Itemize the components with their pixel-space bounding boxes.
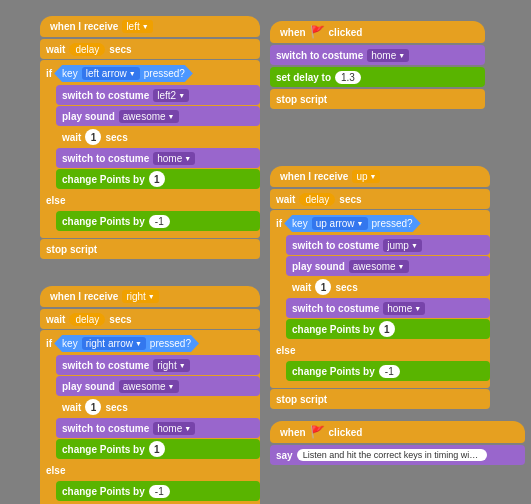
points-neg-up: -1 [379, 365, 400, 378]
key-condition-right: key right arrow pressed? [54, 335, 199, 352]
else-label-right: else [40, 460, 260, 480]
else-body-right: change Points by -1 [56, 481, 260, 501]
else-body-up: change Points by -1 [286, 361, 490, 381]
if-condition-row-up: if key up arrow pressed? [270, 213, 490, 234]
stop-script-up: stop script [270, 389, 490, 409]
green-flag-icon-1: 🚩 [310, 25, 325, 39]
if-body-right: switch to costume right play sound aweso… [56, 355, 260, 459]
if-body-up: switch to costume jump play sound awesom… [286, 235, 490, 339]
play-sound-up: play sound awesome [286, 256, 490, 276]
play-sound-right: play sound awesome [56, 376, 260, 396]
hat-receive-up: when I receive up [270, 166, 490, 187]
points-num-up: 1 [379, 321, 395, 337]
wait-block-right: wait delay secs [40, 309, 260, 329]
key-condition: key left arrow pressed? [54, 65, 193, 82]
switch-costume-home-left: switch to costume home [56, 148, 260, 168]
sound-awesome-up[interactable]: awesome [349, 260, 409, 273]
else-label-left: else [40, 190, 260, 210]
wait-1-secs-left: wait 1 secs [56, 127, 260, 147]
points-num-left: 1 [149, 171, 165, 187]
delay-num-flag1: 1.3 [335, 71, 361, 84]
say-block: say Listen and hit the correct keys in t… [270, 445, 525, 465]
key-dropdown[interactable]: left arrow [82, 67, 140, 80]
key-dropdown-right[interactable]: right arrow [82, 337, 146, 350]
costume-right[interactable]: right [153, 359, 189, 372]
costume-left2[interactable]: left2 [153, 89, 189, 102]
play-sound-awesome-left: play sound awesome [56, 106, 260, 126]
change-points-else-right: change Points by -1 [56, 481, 260, 501]
points-num-right: 1 [149, 441, 165, 457]
flag-script-1: when 🚩 clicked switch to costume home se… [270, 20, 485, 110]
wait-num-up: 1 [315, 279, 331, 295]
set-delay-flag1: set delay to 1.3 [270, 67, 485, 87]
switch-costume-left2: switch to costume left2 [56, 85, 260, 105]
flag-script-2: when 🚩 clicked say Listen and hit the co… [270, 420, 525, 466]
hat-receive-left: when I receive left [40, 16, 260, 37]
sound-awesome-left[interactable]: awesome [119, 110, 179, 123]
key-condition-up: key up arrow pressed? [284, 215, 421, 232]
left-script: when I receive left wait delay secs if k… [40, 15, 260, 260]
if-condition-row: if key left arrow pressed? [40, 63, 260, 84]
change-points-else-left: change Points by -1 [56, 211, 260, 231]
costume-home-left[interactable]: home [153, 152, 195, 165]
wait-num-left: 1 [85, 129, 101, 145]
wait-block: wait delay secs [40, 39, 260, 59]
hat-receive-right: when I receive right [40, 286, 260, 307]
else-label-up: else [270, 340, 490, 360]
if-body: switch to costume left2 play sound aweso… [56, 85, 260, 189]
costume-home-up-val[interactable]: home [383, 302, 425, 315]
points-neg-right: -1 [149, 485, 170, 498]
wait-1-right: wait 1 secs [56, 397, 260, 417]
else-body-left: change Points by -1 [56, 211, 260, 231]
stop-script-left: stop script [40, 239, 260, 259]
green-flag-icon-2: 🚩 [310, 425, 325, 439]
receive-value-left[interactable]: left [122, 20, 152, 33]
switch-costume-home-flag1: switch to costume home [270, 45, 485, 65]
up-script: when I receive up wait delay secs if key… [270, 165, 490, 410]
wait-1-up: wait 1 secs [286, 277, 490, 297]
if-bottom-up [270, 382, 490, 388]
delay-value-right: delay [69, 313, 105, 326]
change-points-right: change Points by 1 [56, 439, 260, 459]
if-block-right: if key right arrow pressed? switch to co… [40, 330, 260, 504]
right-script: when I receive right wait delay secs if … [40, 285, 260, 504]
wait-block-up: wait delay secs [270, 189, 490, 209]
stop-script-flag1: stop script [270, 89, 485, 109]
hat-flag-2: when 🚩 clicked [270, 421, 525, 443]
change-points-up: change Points by 1 [286, 319, 490, 339]
costume-home-right-val[interactable]: home [153, 422, 195, 435]
if-condition-row-right: if key right arrow pressed? [40, 333, 260, 354]
receive-value-right[interactable]: right [122, 290, 158, 303]
if-block-left: if key left arrow pressed? switch to cos… [40, 60, 260, 238]
switch-costume-home-up: switch to costume home [286, 298, 490, 318]
switch-costume-jump: switch to costume jump [286, 235, 490, 255]
switch-costume-home-right: switch to costume home [56, 418, 260, 438]
delay-value: delay [69, 43, 105, 56]
sound-awesome-right[interactable]: awesome [119, 380, 179, 393]
wait-num-right: 1 [85, 399, 101, 415]
if-block-up: if key up arrow pressed? switch to costu… [270, 210, 490, 388]
points-neg-left: -1 [149, 215, 170, 228]
delay-value-up: delay [299, 193, 335, 206]
if-bottom-left [40, 232, 260, 238]
costume-jump[interactable]: jump [383, 239, 422, 252]
say-text: Listen and hit the correct keys in timin… [297, 449, 487, 461]
receive-value-up[interactable]: up [352, 170, 380, 183]
switch-costume-right: switch to costume right [56, 355, 260, 375]
change-points-left: change Points by 1 [56, 169, 260, 189]
hat-flag-1: when 🚩 clicked [270, 21, 485, 43]
change-points-else-up: change Points by -1 [286, 361, 490, 381]
costume-home-flag1[interactable]: home [367, 49, 409, 62]
key-dropdown-up[interactable]: up arrow [312, 217, 368, 230]
